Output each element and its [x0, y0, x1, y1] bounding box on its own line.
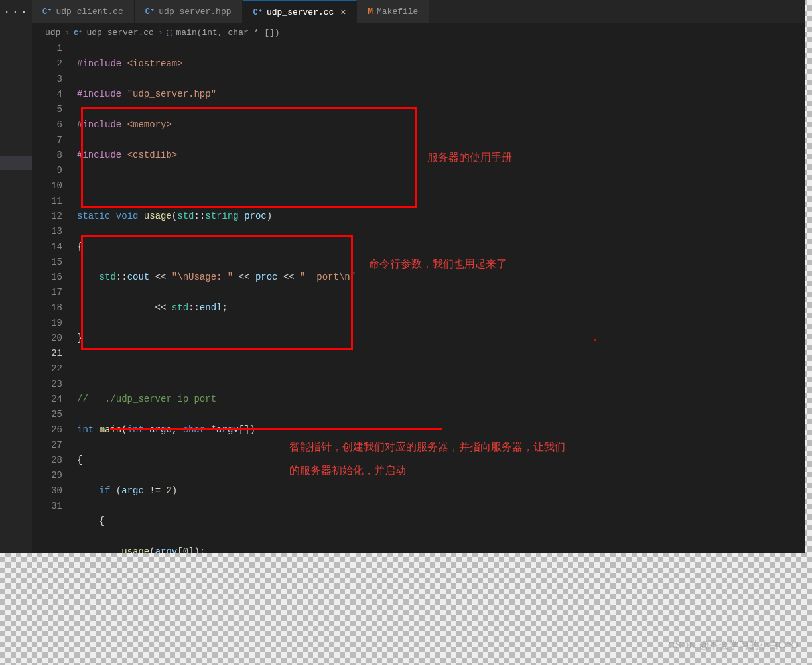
breadcrumb-symbol[interactable]: main(int, char * [])	[176, 28, 280, 38]
annotation-text-2: 命令行参数，我们也用起来了	[369, 257, 507, 271]
cpp-icon: C⁺	[145, 7, 155, 17]
chevron-right-icon: ›	[64, 28, 70, 38]
cpp-icon: C⁺	[74, 29, 82, 37]
cpp-icon: C⁺	[253, 7, 263, 17]
annotation-text-1: 服务器的使用手册	[427, 151, 512, 165]
breadcrumb[interactable]: udp › C⁺ udp_server.cc › ⬚ main(int, cha…	[32, 24, 805, 41]
watermark: CSDN @不会学习的小白O^O	[668, 639, 799, 652]
tab-makefile[interactable]: M Makefile	[357, 0, 429, 23]
tab-udp-client[interactable]: C⁺ udp_client.cc	[32, 0, 135, 23]
tab-bar: C⁺ udp_client.cc C⁺ udp_server.hpp C⁺ ud…	[32, 0, 805, 24]
breadcrumb-folder[interactable]: udp	[45, 28, 60, 38]
code-content[interactable]: #include <iostream> #include "udp_server…	[74, 41, 805, 553]
tab-label: udp_server.cc	[267, 7, 334, 17]
editor-group: C⁺ udp_client.cc C⁺ udp_server.hpp C⁺ ud…	[32, 0, 805, 553]
tab-label: Makefile	[377, 7, 418, 17]
tab-udp-server-cc[interactable]: C⁺ udp_server.cc ✕	[243, 0, 358, 23]
makefile-icon: M	[368, 7, 373, 17]
annotation-text-3: 智能指针，创建我们对应的服务器，并指向服务器，让我们	[289, 440, 565, 454]
code-editor[interactable]: 12345 678910 1112131415 1617181920 21222…	[32, 41, 805, 553]
breadcrumb-file[interactable]: udp_server.cc	[86, 28, 153, 38]
activity-marker	[0, 156, 32, 170]
tab-udp-server-hpp[interactable]: C⁺ udp_server.hpp	[135, 0, 243, 23]
cpp-icon: C⁺	[42, 7, 52, 17]
activity-bar: ···	[0, 0, 32, 553]
line-numbers: 12345 678910 1112131415 1617181920 21222…	[32, 41, 74, 553]
tab-label: udp_client.cc	[56, 7, 123, 17]
close-icon[interactable]: ✕	[340, 7, 346, 17]
chevron-right-icon: ›	[158, 28, 163, 38]
more-icon[interactable]: ···	[0, 0, 32, 24]
vscode-window: ··· C⁺ udp_client.cc C⁺ udp_server.hpp C…	[0, 0, 805, 553]
tab-label: udp_server.hpp	[159, 7, 231, 17]
annotation-text-4: 的服务器初始化，并启动	[289, 464, 406, 478]
symbol-method-icon: ⬚	[167, 27, 172, 38]
annotation-dot	[594, 339, 596, 341]
